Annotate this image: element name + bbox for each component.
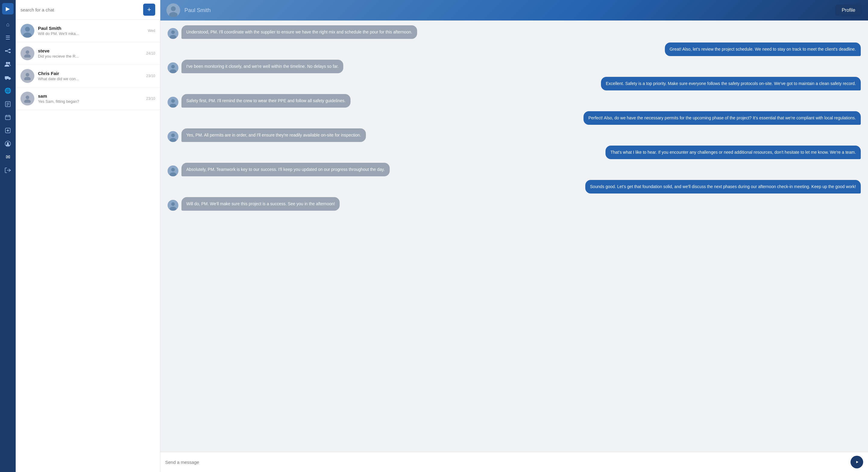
svg-point-22 [7, 142, 9, 144]
message-avatar [167, 97, 179, 107]
message-avatar [167, 165, 179, 176]
svg-rect-1 [9, 49, 10, 50]
chat-name: sam [38, 93, 143, 99]
svg-point-37 [171, 30, 175, 34]
logo-icon[interactable]: ▶ [2, 3, 13, 14]
message-bubble: Safety first, PM. I'll remind the crew t… [181, 94, 350, 107]
chat-time: 23/10 [146, 96, 155, 101]
message-bubble: Sounds good. Let's get that foundation s… [585, 180, 861, 193]
chat-list-item[interactable]: sam Yes Sam, fitting began? 23/10 [16, 87, 160, 110]
svg-rect-0 [5, 50, 7, 52]
truck-icon[interactable] [2, 72, 13, 83]
avatar-placeholder [21, 92, 34, 105]
user-circle-icon[interactable] [2, 138, 13, 150]
chat-preview: Yes Sam, fitting began? [38, 99, 143, 104]
globe-icon[interactable]: 🌐 [2, 85, 13, 96]
chat-info: Chris Fair What date did we con... [38, 71, 143, 81]
chat-list-item[interactable]: steve Did you recieve the R... 24/10 [16, 42, 160, 65]
messages-area: Understood, PM. I'll coordinate with the… [160, 21, 868, 452]
message-row: I've been monitoring it closely, and we'… [167, 60, 861, 73]
svg-rect-7 [5, 76, 9, 79]
avatar-placeholder [21, 69, 34, 83]
message-row: Will do, PM. We'll make sure this projec… [167, 197, 861, 211]
send-button[interactable] [850, 456, 863, 468]
chat-list-item[interactable]: Paul Smith Will do PM. We'll mka... Wed [16, 20, 160, 42]
message-avatar [167, 131, 179, 142]
logout-icon[interactable] [2, 164, 13, 176]
message-input[interactable] [165, 460, 847, 465]
svg-point-27 [26, 50, 29, 54]
svg-point-25 [25, 27, 30, 32]
svg-point-9 [9, 79, 10, 80]
plus-box-icon[interactable] [2, 125, 13, 136]
svg-point-28 [24, 54, 31, 58]
message-input-bar [160, 452, 868, 472]
message-row: Excellent. Safety is a top priority. Mak… [167, 77, 861, 90]
svg-rect-14 [5, 116, 10, 120]
add-chat-button[interactable]: + [143, 4, 155, 16]
svg-line-4 [7, 51, 9, 53]
chat-preview: Did you recieve the R... [38, 54, 143, 59]
message-row: Understood, PM. I'll coordinate with the… [167, 25, 861, 39]
chat-list: Paul Smith Will do PM. We'll mka... Wed … [16, 20, 160, 472]
chat-list-item[interactable]: Chris Fair What date did we con... 23/10 [16, 65, 160, 87]
message-bubble: Will do, PM. We'll make sure this projec… [181, 197, 340, 211]
svg-point-6 [8, 62, 10, 64]
chat-main: Paul Smith Profile Understood, PM. I'll … [160, 0, 868, 472]
chat-header-avatar [166, 3, 180, 17]
avatar-placeholder [21, 46, 34, 60]
message-row: Safety first, PM. I'll remind the crew t… [167, 94, 861, 107]
svg-point-29 [26, 73, 29, 76]
message-bubble: That's what I like to hear. If you encou… [606, 146, 861, 159]
message-bubble: I've been monitoring it closely, and we'… [181, 60, 343, 73]
svg-point-8 [5, 79, 7, 80]
message-bubble: Great! Also, let's review the project sc… [665, 42, 861, 56]
sidebar-nav: ▶ ⌂ ☰ 🌐 [0, 0, 16, 472]
svg-point-31 [26, 96, 29, 99]
message-row: Yes, PM. All permits are in order, and I… [167, 128, 861, 142]
list-icon[interactable]: ☰ [2, 32, 13, 43]
svg-point-34 [171, 6, 176, 11]
chat-info: sam Yes Sam, fitting began? [38, 93, 143, 104]
chat-info: steve Did you recieve the R... [38, 48, 143, 59]
svg-rect-2 [9, 52, 10, 53]
chat-header-name: Paul Smith [184, 7, 835, 13]
svg-point-5 [6, 62, 8, 64]
chat-name: Paul Smith [38, 26, 144, 31]
profile-button[interactable]: Profile [835, 4, 862, 16]
chat-preview: What date did we con... [38, 76, 143, 81]
message-bubble: Yes, PM. All permits are in order, and I… [181, 128, 366, 142]
message-row: Great! Also, let's review the project sc… [167, 42, 861, 56]
home-icon[interactable]: ⌂ [2, 19, 13, 30]
chat-info: Paul Smith Will do PM. We'll mka... [38, 26, 144, 36]
diagram-icon[interactable] [2, 45, 13, 57]
chat-name: Chris Fair [38, 71, 143, 76]
message-avatar [167, 200, 179, 211]
chat-time: 24/10 [146, 51, 155, 56]
message-row: Perfect! Also, do we have the necessary … [167, 111, 861, 125]
svg-point-32 [24, 99, 31, 103]
svg-point-52 [171, 202, 175, 206]
chat-time: 23/10 [146, 74, 155, 78]
svg-point-46 [171, 133, 175, 137]
message-bubble: Absolutely, PM. Teamwork is key to our s… [181, 163, 390, 176]
message-bubble: Understood, PM. I'll coordinate with the… [181, 25, 417, 39]
chat-list-header: + [16, 0, 160, 20]
svg-line-3 [7, 50, 9, 51]
svg-point-49 [171, 168, 175, 171]
chat-preview: Will do PM. We'll mka... [38, 31, 144, 36]
people-icon[interactable] [2, 59, 13, 70]
tasks-icon[interactable] [2, 98, 13, 110]
message-row: That's what I like to hear. If you encou… [167, 146, 861, 159]
chat-name: steve [38, 48, 143, 53]
mail-icon[interactable]: ✉ [2, 151, 13, 163]
calendar-icon[interactable] [2, 112, 13, 123]
message-avatar [167, 28, 179, 39]
svg-point-30 [24, 77, 31, 80]
message-bubble: Perfect! Also, do we have the necessary … [584, 111, 861, 125]
search-input[interactable] [21, 7, 140, 12]
chat-time: Wed [148, 29, 155, 33]
svg-point-40 [171, 65, 175, 68]
chat-header: Paul Smith Profile [160, 0, 868, 21]
avatar [21, 24, 34, 38]
